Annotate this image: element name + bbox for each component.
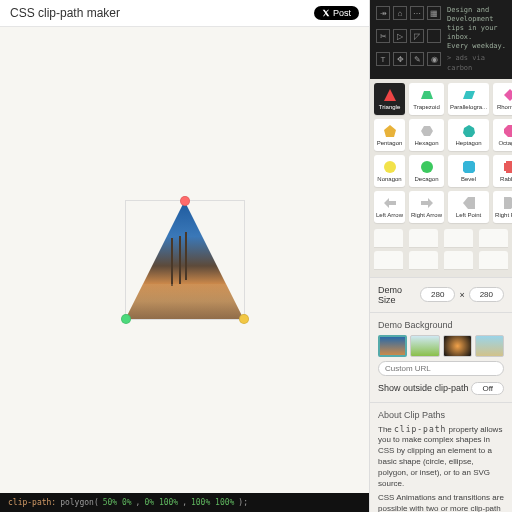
rabbet-icon: [503, 160, 512, 174]
shape-tab[interactable]: [409, 229, 438, 247]
header: CSS clip-path maker Post: [0, 0, 369, 27]
home-icon: ⌂: [393, 6, 407, 20]
code-output[interactable]: clip-path: polygon( 50% 0%, 0% 100%, 100…: [0, 493, 369, 512]
vertex-handle-3[interactable]: [239, 314, 249, 324]
svg-marker-3: [504, 89, 512, 101]
left-arrow-icon: [383, 196, 397, 210]
shape-heptagon[interactable]: Heptagon: [448, 119, 489, 151]
parallelogram-icon: [462, 88, 476, 102]
shape-trapezoid[interactable]: Trapezoid: [409, 83, 444, 115]
height-input[interactable]: 280: [469, 287, 504, 302]
decagon-icon: [420, 160, 434, 174]
clipped-preview: [126, 201, 244, 319]
svg-marker-14: [463, 197, 475, 209]
right-point-icon: [503, 196, 512, 210]
dots-icon: ⋯: [410, 6, 424, 20]
pentagon-icon: [383, 124, 397, 138]
grid-icon: ▦: [427, 6, 441, 20]
shape-rhombus[interactable]: Rhombus: [493, 83, 512, 115]
svg-marker-11: [504, 161, 512, 173]
text-icon: T: [376, 52, 390, 66]
demo-size-label: Demo Size: [378, 285, 416, 305]
ad-icons: ↠ ⌂ ⋯ ▦ ✂ ▷ ◸ T ✥ ✎ ◉: [376, 6, 441, 73]
shape-tab[interactable]: [409, 251, 438, 269]
nonagon-icon: [383, 160, 397, 174]
sidebar: ↠ ⌂ ⋯ ▦ ✂ ▷ ◸ T ✥ ✎ ◉ Design and Develop…: [370, 0, 512, 512]
svg-marker-15: [504, 197, 512, 209]
shape-tab[interactable]: [374, 251, 403, 269]
move-icon: ✥: [393, 52, 407, 66]
bg-thumb-sparkler[interactable]: [443, 335, 472, 357]
shape-pentagon[interactable]: Pentagon: [374, 119, 405, 151]
shape-picker: TriangleTrapezoidParallelogra...RhombusP…: [370, 79, 512, 277]
x-icon: [322, 9, 330, 17]
corner-icon: ◸: [410, 29, 424, 43]
svg-marker-7: [504, 125, 512, 137]
svg-marker-5: [421, 126, 433, 136]
svg-marker-1: [421, 91, 433, 99]
rhombus-icon: [503, 88, 512, 102]
svg-marker-0: [384, 89, 396, 101]
shape-decagon[interactable]: Decagon: [409, 155, 444, 187]
canvas[interactable]: [0, 27, 369, 493]
vertex-handle-1[interactable]: [180, 196, 190, 206]
width-input[interactable]: 280: [420, 287, 455, 302]
tri-icon: ▷: [393, 29, 407, 43]
eye-icon: ◉: [427, 52, 441, 66]
svg-point-9: [421, 161, 433, 173]
main-panel: CSS clip-path maker Post clip-path: poly…: [0, 0, 370, 512]
shape-hexagon[interactable]: Hexagon: [409, 119, 444, 151]
demo-box: [125, 200, 245, 320]
post-button[interactable]: Post: [314, 6, 359, 20]
hexagon-icon: [420, 124, 434, 138]
shape-bevel[interactable]: Bevel: [448, 155, 489, 187]
shape-tab[interactable]: [444, 229, 473, 247]
shape-tab[interactable]: [444, 251, 473, 269]
left-point-icon: [462, 196, 476, 210]
bg-thumb-field[interactable]: [410, 335, 439, 357]
svg-point-8: [384, 161, 396, 173]
bg-thumb-coast[interactable]: [475, 335, 504, 357]
pen-icon: ✎: [410, 52, 424, 66]
svg-marker-2: [463, 91, 475, 99]
svg-marker-13: [421, 198, 433, 208]
show-outside-label: Show outside clip-path: [378, 383, 469, 393]
shape-triangle[interactable]: Triangle: [374, 83, 405, 115]
trapezoid-icon: [420, 88, 434, 102]
bevel-icon: [462, 160, 476, 174]
triangle-icon: [383, 88, 397, 102]
about-panel: About Clip Paths The clip-path property …: [370, 402, 512, 512]
shape-tab[interactable]: [374, 229, 403, 247]
app-title: CSS clip-path maker: [10, 6, 120, 20]
shape-left-point[interactable]: Left Point: [448, 191, 489, 223]
custom-url-input[interactable]: [378, 361, 504, 376]
heptagon-icon: [462, 124, 476, 138]
vertex-handle-2[interactable]: [121, 314, 131, 324]
blank-icon: [427, 29, 441, 43]
show-outside-toggle[interactable]: Off: [471, 382, 504, 395]
svg-marker-12: [384, 198, 396, 208]
shape-octagon[interactable]: Octagon: [493, 119, 512, 151]
shape-tab[interactable]: [479, 251, 508, 269]
octagon-icon: [503, 124, 512, 138]
shape-right-arrow[interactable]: Right Arrow: [409, 191, 444, 223]
shape-tab[interactable]: [479, 229, 508, 247]
svg-marker-6: [463, 125, 475, 137]
shape-nonagon[interactable]: Nonagon: [374, 155, 405, 187]
svg-marker-10: [463, 161, 475, 173]
shape-right-point[interactable]: Right Point: [493, 191, 512, 223]
svg-marker-4: [384, 125, 396, 137]
cut-icon: ✂: [376, 29, 390, 43]
arrow-icon: ↠: [376, 6, 390, 20]
demo-size-panel: Demo Size 280 × 280: [370, 277, 512, 312]
bg-thumb-bridge[interactable]: [378, 335, 407, 357]
right-arrow-icon: [420, 196, 434, 210]
shape-left-arrow[interactable]: Left Arrow: [374, 191, 405, 223]
shape-parallelogram[interactable]: Parallelogra...: [448, 83, 489, 115]
demo-background-panel: Demo Background Show outside clip-path O…: [370, 312, 512, 402]
shape-rabbet[interactable]: Rabbet: [493, 155, 512, 187]
ad-box[interactable]: ↠ ⌂ ⋯ ▦ ✂ ▷ ◸ T ✥ ✎ ◉ Design and Develop…: [370, 0, 512, 79]
